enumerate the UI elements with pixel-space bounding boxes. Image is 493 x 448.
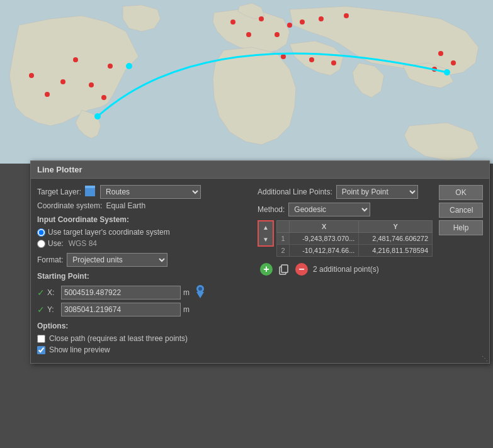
row-id: 2 <box>277 245 290 257</box>
svg-point-27 <box>198 287 202 291</box>
pin-icon <box>196 284 205 298</box>
bottom-bar: + − 2 additional point(s) <box>258 259 483 278</box>
table-row[interactable]: 1 -9,243,873.070... 2,481,746.606272 <box>277 233 433 245</box>
dialog-title: Line Plotter <box>31 161 489 179</box>
input-coord-section: Input Coordinate System: Use target laye… <box>37 215 251 248</box>
close-path-checkbox[interactable] <box>37 335 45 343</box>
table-container: ▲ ▼ X Y <box>258 220 433 257</box>
row-y: 2,481,746.606272 <box>359 233 433 245</box>
row-id: 1 <box>277 233 290 245</box>
method-select[interactable]: Geodesic <box>288 203 370 216</box>
svg-point-13 <box>300 20 305 25</box>
table-row[interactable]: 2 -10,412,874.66... 4,216,811.578594 <box>277 245 433 257</box>
resize-handle[interactable]: ⋱ <box>482 355 488 362</box>
y-label: Y: <box>47 305 59 314</box>
right-panel: Additional Line Points: Point by Point M… <box>258 185 483 357</box>
help-button[interactable]: Help <box>439 220 483 235</box>
x-unit: m <box>183 288 190 297</box>
svg-point-19 <box>438 51 443 56</box>
target-layer-select[interactable]: Routes <box>100 185 201 199</box>
show-line-preview-checkbox[interactable] <box>37 346 45 354</box>
target-layer-label: Target Layer: <box>37 188 81 196</box>
alp-label: Additional Line Points: <box>258 188 332 196</box>
svg-point-5 <box>101 95 106 100</box>
radio-use-target-row[interactable]: Use target layer's coordinate system <box>37 228 251 237</box>
svg-point-12 <box>287 23 292 28</box>
svg-point-24 <box>126 63 132 69</box>
close-path-row[interactable]: Close path (requires at least three poin… <box>37 334 251 343</box>
x-label: X: <box>47 288 59 297</box>
radio-use-row[interactable]: Use: WGS 84 <box>37 239 251 248</box>
scroll-up-button[interactable]: ▲ <box>259 221 273 233</box>
layer-icon <box>85 188 95 196</box>
svg-point-17 <box>309 57 314 62</box>
additional-points-count: 2 additional point(s) <box>313 265 379 274</box>
col-row-header <box>277 221 290 233</box>
input-coord-title: Input Coordinate System: <box>37 215 251 224</box>
format-select[interactable]: Projected units <box>67 253 167 267</box>
buttons-col: OK Cancel Help <box>439 185 483 235</box>
svg-point-3 <box>108 64 113 69</box>
radio-use-target-label: Use target layer's coordinate system <box>48 228 170 237</box>
col-y-header: Y <box>359 221 433 233</box>
scroll-buttons: ▲ ▼ <box>258 220 274 247</box>
svg-point-4 <box>60 79 65 84</box>
options-title: Options: <box>37 322 251 330</box>
svg-point-11 <box>246 32 251 37</box>
radio-use[interactable] <box>37 240 45 248</box>
svg-point-7 <box>89 82 94 87</box>
use-value: WGS 84 <box>69 239 97 248</box>
cancel-button[interactable]: Cancel <box>439 203 483 218</box>
svg-point-18 <box>331 60 336 65</box>
row-x: -10,412,874.66... <box>290 245 359 257</box>
col-x-header: X <box>290 221 359 233</box>
svg-point-15 <box>344 13 349 18</box>
y-input[interactable] <box>61 303 181 316</box>
svg-point-23 <box>444 69 450 76</box>
svg-point-6 <box>29 73 34 78</box>
format-row: Format: Projected units <box>37 253 251 267</box>
show-line-preview-row[interactable]: Show line preview <box>37 345 251 354</box>
scroll-down-button[interactable]: ▼ <box>259 233 273 245</box>
svg-marker-26 <box>196 292 204 298</box>
y-row: ✓ Y: m <box>37 303 251 316</box>
svg-rect-29 <box>281 265 288 272</box>
ok-button[interactable]: OK <box>439 185 483 200</box>
svg-point-2 <box>45 92 50 97</box>
y-checkmark: ✓ <box>37 305 45 315</box>
alp-select[interactable]: Point by Point <box>336 185 418 199</box>
additional-line-points-row: Additional Line Points: Point by Point <box>258 185 433 199</box>
svg-point-10 <box>275 32 280 37</box>
remove-point-button[interactable]: − <box>295 263 308 276</box>
svg-point-16 <box>281 54 286 59</box>
line-plotter-dialog: Line Plotter Target Layer: Routes Coordi… <box>30 160 490 364</box>
svg-point-22 <box>94 113 101 120</box>
starting-point-section: Starting Point: ✓ X: m ✓ <box>37 272 251 316</box>
svg-point-14 <box>319 16 324 21</box>
show-line-preview-label: Show line preview <box>49 345 110 354</box>
options-section: Options: Close path (requires at least t… <box>37 322 251 354</box>
svg-point-1 <box>73 57 78 62</box>
method-row: Method: Geodesic <box>258 203 433 216</box>
svg-point-9 <box>259 16 264 21</box>
x-checkmark: ✓ <box>37 288 45 298</box>
starting-point-title: Starting Point: <box>37 272 251 281</box>
format-label: Format: <box>37 255 63 264</box>
method-label: Method: <box>258 205 285 214</box>
x-input[interactable] <box>61 286 181 300</box>
radio-use-target[interactable] <box>37 228 45 237</box>
row-x: -9,243,873.070... <box>290 233 359 245</box>
coord-system-row: Coordinate system: Equal Earth <box>37 201 251 210</box>
y-unit: m <box>183 305 190 314</box>
svg-point-8 <box>230 20 235 25</box>
add-point-button[interactable]: + <box>260 263 273 276</box>
close-path-label: Close path (requires at least three poin… <box>49 334 188 343</box>
svg-point-20 <box>451 60 456 65</box>
left-panel: Target Layer: Routes Coordinate system: … <box>37 185 251 357</box>
coord-system-value: Equal Earth <box>106 201 145 210</box>
x-row: ✓ X: m <box>37 284 251 300</box>
target-layer-row: Target Layer: Routes <box>37 185 251 199</box>
radio-use-label: Use: <box>48 239 64 248</box>
copy-button[interactable] <box>278 263 290 276</box>
row-y: 4,216,811.578594 <box>359 245 433 257</box>
